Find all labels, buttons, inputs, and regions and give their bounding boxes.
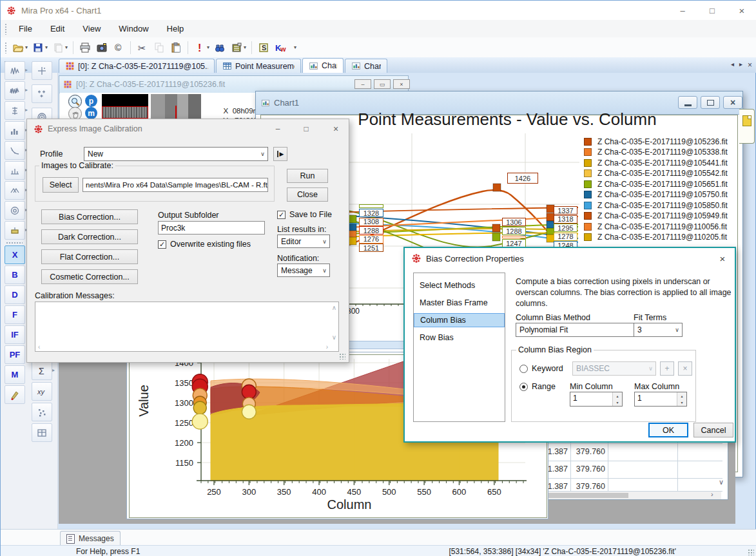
toolbar-overflow-icon[interactable]: ▾	[294, 44, 296, 50]
profile-flyout-button[interactable]: ▶	[273, 147, 287, 161]
flat-correction-button[interactable]: Flat Correction...	[41, 249, 138, 264]
express-close[interactable]: ×	[329, 124, 343, 134]
image-window-restore[interactable]: ▭	[374, 79, 391, 89]
tab-close-icon[interactable]: ×	[748, 61, 752, 70]
camera-button[interactable]	[93, 40, 110, 55]
legend-item[interactable]: Z Cha-C-035-E-20171119@105542.fit	[584, 169, 728, 178]
messages-tab[interactable]: Messages	[60, 531, 121, 546]
paste-button[interactable]	[168, 40, 184, 55]
exclamation-button[interactable]: !	[191, 40, 208, 55]
letters-toolbar-grip[interactable]	[6, 242, 23, 244]
maximize-button[interactable]: □	[697, 1, 727, 20]
pen-marker-button[interactable]	[5, 385, 25, 404]
image-window-minimize[interactable]: –	[354, 79, 371, 89]
tool-letter-f[interactable]: F	[5, 305, 25, 324]
tab-scroll-left-icon[interactable]: ◂	[731, 61, 734, 68]
image-window-close[interactable]: ×	[393, 79, 410, 89]
tab-chart2[interactable]: Chart2	[345, 59, 387, 73]
crosshair-button[interactable]	[32, 61, 52, 80]
clamp-button[interactable]	[5, 221, 25, 240]
scroll-up-icon[interactable]: ∧	[332, 304, 336, 311]
bias-close[interactable]: ×	[715, 253, 730, 264]
waveform-dense-button[interactable]	[5, 81, 25, 100]
menu-help[interactable]: Help	[158, 21, 193, 36]
flyout-arrow-icon[interactable]: ▸	[25, 67, 28, 73]
cancel-button[interactable]: Cancel	[693, 423, 733, 437]
resize-grip[interactable]	[339, 353, 345, 359]
list-button[interactable]	[228, 40, 245, 55]
histogram-button[interactable]	[5, 121, 25, 140]
waveform-plot-button[interactable]	[5, 61, 25, 80]
table-scroll-down-icon[interactable]: ∨	[719, 478, 724, 486]
run-button[interactable]: Run	[287, 169, 328, 183]
mountains-button[interactable]	[5, 181, 25, 200]
menu-window[interactable]: Window	[110, 21, 157, 36]
cut-button[interactable]: ✂	[134, 40, 151, 55]
menubar-grip[interactable]	[5, 23, 7, 35]
express-minimize[interactable]: –	[271, 124, 285, 134]
chart1-close[interactable]: ×	[723, 96, 742, 109]
menu-edit[interactable]: Edit	[41, 21, 73, 36]
bias-nav-master-bias-frame[interactable]: Master Bias Frame	[414, 296, 505, 310]
save-to-file-checkbox[interactable]: ✓Save to File	[277, 210, 332, 219]
m-tool-icon[interactable]: m	[85, 107, 97, 119]
grayscale-thumbnail[interactable]	[151, 94, 201, 119]
menu-view[interactable]: View	[73, 21, 110, 36]
save-button[interactable]	[30, 40, 46, 55]
binoculars-button[interactable]	[211, 40, 228, 55]
chart1-restore[interactable]	[701, 96, 720, 109]
bias-nav-select-methods[interactable]: Select Methods	[414, 278, 505, 292]
tab--0-z-cha-c-035-e-20171119-105-[interactable]: [0]: Z Cha-C-035-E-20171119@105...	[59, 59, 215, 73]
sigma-button[interactable]: Σ	[32, 361, 52, 380]
menu-file[interactable]: File	[10, 21, 41, 36]
minimize-button[interactable]: –	[668, 1, 697, 20]
legend-item[interactable]: Z Cha-C-035-E-20171119@105850.fit	[584, 200, 728, 210]
print-button[interactable]	[77, 40, 93, 55]
bias-nav-column-bias[interactable]: Column Bias	[414, 313, 505, 327]
scroll-down-icon[interactable]: ∨	[332, 334, 336, 341]
tool-letter-b[interactable]: B	[5, 265, 25, 284]
p-tool-icon[interactable]: p	[85, 95, 97, 107]
spiral-button[interactable]	[5, 201, 25, 220]
tool-letter-d[interactable]: D	[5, 285, 25, 304]
express-maximize[interactable]: □	[299, 124, 313, 134]
scroll-left-icon[interactable]: ‹	[38, 343, 40, 350]
legend-item[interactable]: Z Cha-C-035-E-20171119@110205.fit	[584, 233, 727, 242]
chart1-hscrollbar[interactable]	[340, 341, 408, 349]
table-scroll-right-icon[interactable]: ›	[711, 490, 713, 498]
bias-correction-properties-dialog[interactable]: Bias Correction Properties × Select Meth…	[403, 247, 736, 443]
tool-letter-pf[interactable]: PF	[5, 345, 25, 364]
decay-curve-button[interactable]	[5, 141, 25, 160]
output-subfolder-field[interactable]: Proc3k	[158, 221, 265, 235]
column-profile-button[interactable]	[5, 101, 25, 120]
chart1-side-tab[interactable]	[739, 109, 755, 144]
close-dialog-button[interactable]: Close	[287, 187, 328, 202]
legend-item[interactable]: Z Cha-C-035-E-20171119@105338.fit	[584, 148, 728, 157]
close-button[interactable]: ×	[727, 1, 756, 20]
scatter-dots-button[interactable]	[32, 403, 52, 421]
magnifier-icon[interactable]	[68, 95, 82, 108]
select-button[interactable]: Select	[43, 177, 79, 193]
flyout-arrow-icon[interactable]: ▸	[25, 87, 28, 93]
toolbar-grip[interactable]	[5, 42, 7, 53]
flyout-arrow-icon[interactable]: ▸	[52, 367, 55, 373]
notification-combo[interactable]: Message∨	[277, 264, 330, 277]
legend-item[interactable]: Z Cha-C-035-E-20171119@105949.fit	[584, 211, 728, 221]
s-box-button[interactable]: S	[255, 40, 272, 55]
scroll-right-icon[interactable]: ›	[326, 343, 328, 350]
express-image-calibration-dialog[interactable]: Express Image Calibration – □ × Profile …	[26, 119, 349, 363]
ok-button[interactable]: OK	[648, 423, 688, 437]
comb-plot-button[interactable]	[5, 161, 25, 180]
tab-scroll-right-icon[interactable]: ▸	[739, 61, 742, 68]
min-column-spinner[interactable]: 1▴▾	[570, 392, 623, 407]
multi-cross-button[interactable]	[32, 84, 52, 103]
legend-item[interactable]: Z Cha-C-035-E-20171119@110056.fit	[584, 222, 727, 231]
dark-correction-button[interactable]: Dark Correction...	[41, 229, 138, 244]
legend-item[interactable]: Z Cha-C-035-E-20171119@105236.fit	[584, 137, 728, 146]
max-column-spinner[interactable]: 1▴▾	[634, 392, 687, 407]
keyword-radio[interactable]: Keyword	[519, 364, 563, 373]
tab-point-measurements[interactable]: Point Measurements	[216, 59, 301, 73]
profile-combo[interactable]: New∨	[84, 147, 268, 161]
chart1-minimize[interactable]	[678, 96, 697, 109]
cosmetic-correction-button[interactable]: Cosmetic Correction...	[41, 269, 138, 284]
